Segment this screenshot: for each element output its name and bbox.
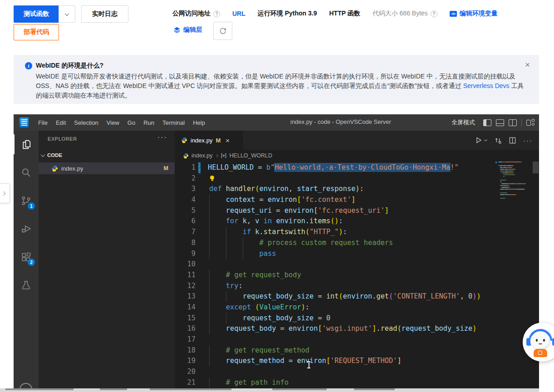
gutter	[198, 345, 202, 356]
refresh-icon	[219, 27, 227, 35]
serverless-devs-link[interactable]: Serverless Devs	[463, 82, 510, 89]
clipped-page-strip	[0, 388, 539, 392]
toggle-sidebar-icon[interactable]	[483, 119, 491, 126]
menu-item-help[interactable]: Help	[189, 118, 209, 128]
tab-indexpy[interactable]: index.py M ×	[175, 131, 244, 150]
gutter	[198, 249, 202, 260]
code-section-row[interactable]: CODE	[39, 150, 175, 161]
search-activity-icon[interactable]	[14, 162, 39, 182]
refresh-button[interactable]	[213, 22, 232, 40]
test-function-button[interactable]: 测试函数	[14, 5, 59, 23]
breadcrumb-file[interactable]: index.py	[191, 152, 213, 159]
editor-group: index.py M ×	[175, 131, 539, 388]
explorer-activity-icon[interactable]	[14, 134, 39, 154]
code-line-11[interactable]: 11 # get request_body	[175, 270, 539, 281]
run-debug-activity-icon[interactable]	[14, 219, 39, 239]
expand-panel-button[interactable]	[0, 183, 10, 203]
toggle-secondary-sidebar-icon[interactable]	[509, 119, 517, 126]
customize-layout-icon[interactable]	[526, 119, 534, 126]
manage-gear-icon[interactable]	[20, 383, 32, 388]
python-icon	[183, 153, 189, 159]
close-icon[interactable]: ×	[525, 60, 530, 69]
deploy-code-button[interactable]: 部署代码	[14, 24, 59, 40]
code-line-13[interactable]: 13 request_body_size = int(environ.get('…	[175, 291, 539, 302]
help-icon[interactable]: ?	[431, 10, 437, 17]
gutter	[198, 313, 202, 324]
menu-item-go[interactable]: Go	[123, 118, 139, 128]
explorer-sidebar: EXPLORER ··· CODE index.py M	[39, 131, 175, 388]
more-actions-icon[interactable]: ···	[157, 133, 167, 142]
line-number: 12	[175, 281, 196, 292]
menu-item-run[interactable]: Run	[139, 118, 158, 128]
code-line-20[interactable]: 20	[175, 367, 539, 377]
code-line-16[interactable]: 16 request_body = environ['wsgi.input'].…	[175, 323, 539, 334]
gutter	[198, 227, 202, 238]
app-logo-icon[interactable]	[20, 118, 29, 127]
chevron-down-icon	[484, 138, 487, 141]
public-url-label: 公网访问地址 ?	[172, 10, 220, 18]
edit-env-vars-link[interactable]: </> 编辑环境变量	[450, 10, 498, 18]
robot-head	[530, 333, 550, 350]
menu-item-edit[interactable]: Edit	[52, 118, 70, 128]
code-line-18[interactable]: 18 # get request_method	[175, 345, 539, 356]
menu-item-file[interactable]: File	[34, 118, 52, 128]
more-actions-icon[interactable]: ···	[523, 137, 533, 144]
code-line-1[interactable]: 1HELLO_WORLD = b"Hello·world,·a·Test·by·…	[175, 162, 539, 173]
support-chat-mascot[interactable]	[523, 323, 554, 362]
test-function-dropdown-button[interactable]	[59, 5, 75, 23]
close-tab-icon[interactable]: ×	[226, 137, 230, 144]
line-number: 7	[175, 227, 196, 238]
code-line-12[interactable]: 12 try:	[175, 281, 539, 292]
realtime-log-button[interactable]: 实时日志	[81, 5, 128, 23]
testing-activity-icon[interactable]	[14, 275, 39, 295]
fullscreen-mode-label[interactable]: 全屏模式	[451, 118, 475, 127]
menu-item-selection[interactable]: Selection	[70, 118, 102, 128]
code-line-2[interactable]: 2	[175, 173, 539, 184]
extensions-badge: 2	[28, 259, 35, 266]
extensions-activity-icon[interactable]: 2	[14, 247, 39, 267]
gutter	[198, 184, 202, 195]
gutter	[198, 302, 202, 313]
menu-item-view[interactable]: View	[103, 118, 123, 128]
code-line-9[interactable]: 9 pass	[175, 249, 539, 260]
explorer-header: EXPLORER	[48, 136, 77, 142]
line-number: 13	[175, 291, 196, 302]
help-icon[interactable]: ?	[213, 10, 220, 17]
edit-layers-link[interactable]: 编辑层	[173, 26, 202, 34]
banner-text: WebIDE 是可以帮助开发者快速进行代码测试，以及项目构建、依赖安装，但是 W…	[36, 73, 515, 89]
code-line-7[interactable]: 7 if k.startswith("HTTP_"):	[175, 227, 539, 238]
scrollbar-slider[interactable]	[533, 162, 539, 173]
url-link[interactable]: URL	[232, 10, 245, 17]
lightbulb-icon[interactable]	[209, 176, 215, 181]
code-line-19[interactable]: 19 request_method = environ['REQUEST_MET…	[175, 356, 539, 367]
code-line-6[interactable]: 6 for k, v in environ.items():	[175, 216, 539, 227]
breadcrumb: index.py HELLO_WORLD	[175, 150, 539, 162]
code-line-3[interactable]: 3def handler(environ, start_response):	[175, 184, 539, 195]
code-editor[interactable]: 1HELLO_WORLD = b"Hello·world,·a·Test·by·…	[175, 162, 539, 388]
git-modified-gutter-marker	[198, 162, 201, 173]
activity-bar: 1 2	[14, 131, 39, 388]
code-line-10[interactable]: 10	[175, 259, 539, 270]
open-changes-icon[interactable]	[494, 137, 502, 144]
breadcrumb-symbol[interactable]: HELLO_WORLD	[230, 152, 272, 159]
code-line-5[interactable]: 5 request_uri = environ['fc.request_uri'…	[175, 206, 539, 216]
code-line-21[interactable]: 21 # get path info	[175, 377, 539, 388]
code-text: request_uri = environ['fc.request_uri']	[209, 206, 389, 216]
code-line-15[interactable]: 15 request_body_size = 0	[175, 313, 539, 324]
code-text: # get request_body	[209, 270, 301, 281]
files-icon	[21, 139, 32, 150]
code-line-8[interactable]: 8 # process custom request headers	[175, 238, 539, 249]
split-editor-icon[interactable]	[509, 137, 516, 144]
code-line-4[interactable]: 4 context = environ['fc.context']	[175, 195, 539, 206]
line-number: 9	[175, 249, 196, 260]
source-control-activity-icon[interactable]: 1	[14, 191, 39, 211]
run-file-button[interactable]	[475, 137, 487, 144]
code-line-17[interactable]: 17	[175, 334, 539, 345]
menu-item-terminal[interactable]: Terminal	[158, 118, 189, 128]
layer-row: 编辑层	[173, 26, 202, 34]
code-line-14[interactable]: 14 except (ValueError):	[175, 302, 539, 313]
file-row-indexpy[interactable]: index.py M	[39, 162, 175, 174]
line-number: 8	[175, 238, 196, 249]
toggle-panel-icon[interactable]	[496, 119, 504, 126]
line-number: 14	[175, 302, 196, 313]
